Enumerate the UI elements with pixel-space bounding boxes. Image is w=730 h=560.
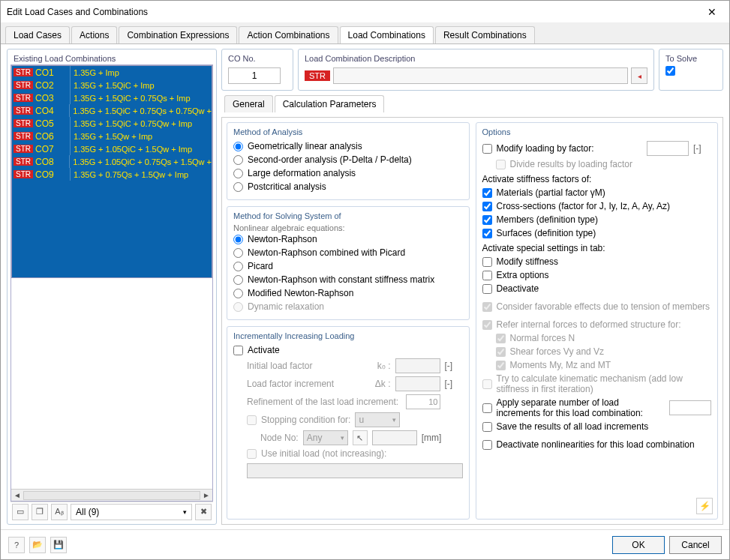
options-title: Options [482,127,712,136]
solving-radio-0[interactable] [233,235,243,244]
divide-label: Divide results by loading factor [510,159,632,169]
apply-sep-checkbox[interactable] [482,403,492,413]
use-initial-checkbox [247,449,257,459]
delete-icon[interactable]: ✖ [195,504,212,520]
list-item[interactable]: STRCO91.35G + 0.75Qs + 1.5Qw + Imp [12,168,212,181]
solving-radio-2[interactable] [233,262,243,271]
cancel-button[interactable]: Cancel [669,536,722,554]
to-solve-label: To Solve [662,52,719,64]
shear-checkbox [496,347,506,357]
analysis-title: Method of Analysis [233,127,463,136]
apply-sep-input[interactable] [669,400,711,415]
stopping-var-select: u▾ [355,412,400,427]
help-icon[interactable]: ? [8,537,25,553]
open-icon[interactable]: 📂 [29,537,46,553]
moments-label: Moments My, Mz and MT [510,360,611,370]
normal-label: Normal forces N [510,333,575,343]
analysis-radio-3[interactable] [233,182,243,192]
subtab-calculation-parameters[interactable]: Calculation Parameters [275,95,385,112]
list-item[interactable]: STRCO51.35G + 1.5QiC + 0.75Qw + Imp [12,117,212,130]
unit-label-2: [-] [445,379,463,389]
scroll-left-icon[interactable]: ◄ [11,491,23,499]
surfaces-label: Surfaces (definition type) [497,228,596,238]
deactivate-checkbox[interactable] [482,284,492,294]
modify-loading-input[interactable] [647,141,689,156]
activate-checkbox[interactable] [233,346,243,355]
consider-label: Consider favorable effects due to tensio… [497,301,710,312]
combination-list[interactable]: STRCO11.35G + ImpSTRCO21.35G + 1.5QiC + … [11,65,212,278]
copy-icon[interactable]: ❐ [32,504,48,520]
list-item[interactable]: STRCO41.35G + 1.5QiC + 0.75Qs + 0.75Qw + [12,104,212,117]
horizontal-scrollbar[interactable]: ◄ ► [11,489,212,501]
solving-title: Method for Solving System of [233,211,463,220]
existing-combinations-legend: Existing Load Combinations [11,52,213,64]
consider-checkbox [482,302,492,312]
scroll-right-icon[interactable]: ► [200,491,212,499]
node-value-input [372,430,417,445]
divide-checkbox [496,160,506,169]
cross-label: Cross-sections (factor for J, Iy, Iz, A,… [497,201,670,211]
solving-radio-3[interactable] [233,275,243,285]
lightning-icon[interactable]: ⚡ [696,498,713,514]
co-no-input[interactable] [228,67,281,84]
tab-load-combinations[interactable]: Load Combinations [340,26,434,43]
deact-nonlin-checkbox[interactable] [482,440,492,450]
initial-load-label: Initial load factor [247,361,373,371]
surfaces-checkbox[interactable] [482,229,492,238]
mm-unit: [mm] [422,433,440,443]
list-item[interactable]: STRCO81.35G + 1.05QiC + 0.75Qs + 1.5Qw + [12,155,212,168]
filter-select[interactable]: All (9)▾ [71,504,192,520]
extra-checkbox[interactable] [482,271,492,280]
analysis-radio-2[interactable] [233,169,243,178]
modify-stiff-checkbox[interactable] [482,257,492,267]
increment-label: Load factor increment [247,379,371,389]
sort-icon[interactable]: Aᵦ [51,504,68,520]
tab-combination-expressions[interactable]: Combination Expressions [119,26,237,43]
new-icon[interactable]: ▭ [12,504,29,520]
deactivate-label: Deactivate [497,283,539,294]
description-input[interactable] [333,67,628,84]
list-item[interactable]: STRCO31.35G + 1.5QiC + 0.75Qs + Imp [12,91,212,104]
close-icon[interactable]: ✕ [701,6,723,18]
save-results-checkbox[interactable] [482,422,492,432]
members-checkbox[interactable] [482,215,492,225]
modify-loading-label: Modify loading by factor: [497,143,594,154]
tab-load-cases[interactable]: Load Cases [5,26,70,43]
incremental-title: Incrementally Increasing Loading [233,331,463,340]
activate-label: Activate [248,345,280,355]
tab-actions[interactable]: Actions [71,26,117,43]
use-initial-input [247,463,463,478]
shear-label: Shear forces Vy and Vz [510,346,605,357]
filter-label: All (9) [76,507,99,517]
stopping-checkbox [247,415,257,425]
refer-checkbox [482,320,492,330]
refinement-input: 10 [406,394,440,409]
description-dropdown-icon[interactable]: ◂ [631,67,647,84]
node-no-label: Node No: [260,433,299,443]
to-solve-checkbox[interactable] [665,66,675,76]
k0-symbol: k₀ : [377,361,391,371]
save-icon[interactable]: 💾 [50,537,67,553]
list-item[interactable]: STRCO71.35G + 1.05QiC + 1.5Qw + Imp [12,142,212,155]
initial-load-input [395,358,440,373]
subtab-general[interactable]: General [224,95,273,112]
moments-checkbox [496,361,506,370]
activate-stiff-header: Activate stiffness factors of: [482,174,712,184]
ok-button[interactable]: OK [612,536,665,554]
list-item[interactable]: STRCO21.35G + 1.5QiC + Imp [12,79,212,91]
solving-radio-4[interactable] [233,289,243,298]
analysis-radio-0[interactable] [233,142,243,151]
kinematic-label: Try to calculate kinematic mechanism (ad… [497,373,712,394]
activate-special-header: Activate special settings in tab: [482,243,712,253]
modify-loading-checkbox[interactable] [482,144,492,154]
solving-radio-1[interactable] [233,248,243,258]
description-label: Load Combination Description [302,52,650,64]
tab-action-combinations[interactable]: Action Combinations [239,26,338,43]
solving-radio-5 [233,302,243,312]
list-item[interactable]: STRCO61.35G + 1.5Qw + Imp [12,130,212,142]
list-item[interactable]: STRCO11.35G + Imp [12,66,212,79]
tab-result-combinations[interactable]: Result Combinations [435,26,535,43]
analysis-radio-1[interactable] [233,155,243,165]
materials-checkbox[interactable] [482,188,492,198]
cross-checkbox[interactable] [482,202,492,211]
